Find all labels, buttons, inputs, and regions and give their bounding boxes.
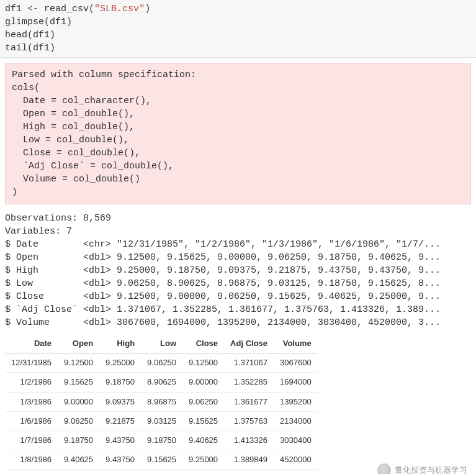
table-row: 1/3/19869.000009.093758.968759.062501.36… [5, 392, 318, 411]
table-cell: 9.06250 [58, 411, 99, 431]
msg-line: Volume = col_double() [12, 174, 140, 185]
table-cell: 9.06250 [182, 392, 224, 411]
code-line: glimpse(df1) [5, 17, 72, 27]
table-cell: 1.375763 [224, 411, 274, 431]
col-open: Open [58, 334, 99, 353]
table-cell: 1/6/1986 [5, 411, 58, 431]
table-cell: 1/7/1986 [5, 431, 58, 450]
code-line: tail(df1) [5, 43, 55, 53]
out-line: $ Date <chr> "12/31/1985", "1/2/1986", "… [5, 239, 441, 250]
table-cell: 9.00000 [182, 373, 224, 392]
table-cell: 9.43750 [99, 450, 141, 470]
table-cell: 8.90625 [141, 373, 182, 392]
str-quote-open: " [94, 4, 100, 14]
out-line: $ Volume <dbl> 3067600, 1694000, 1395200… [5, 317, 441, 328]
table-cell: 1/8/1986 [5, 450, 58, 470]
out-line: $ `Adj Close` <dbl> 1.371067, 1.352285, … [5, 304, 441, 315]
table-cell: 9.12500 [58, 353, 99, 373]
table-cell: 1.352285 [224, 373, 274, 392]
msg-line: cols( [12, 83, 40, 93]
table-cell: 1/3/1986 [5, 392, 58, 411]
table-cell: 3030400 [274, 431, 318, 450]
table-cell: 3067600 [274, 353, 318, 373]
msg-line: ) [12, 187, 17, 198]
table-row: 1/2/19869.156259.187508.906259.000001.35… [5, 373, 318, 392]
table-row: 1/8/19869.406259.437509.156259.250001.38… [5, 450, 318, 470]
watermark: 量化投资与机器学习 [377, 463, 467, 474]
code-line: head(df1) [5, 30, 55, 40]
table-row: 12/31/19859.125009.250009.062509.125001.… [5, 353, 318, 373]
table-cell: 9.09375 [99, 392, 141, 411]
table-header-row: Date Open High Low Close Adj Close Volum… [5, 334, 318, 353]
table-cell: 9.03125 [141, 411, 182, 431]
table-cell: 9.18750 [99, 373, 141, 392]
table-cell: 9.15625 [58, 373, 99, 392]
out-line: $ High <dbl> 9.25000, 9.18750, 9.09375, … [5, 265, 441, 276]
table-cell: 2134000 [274, 411, 318, 431]
table-cell: 9.25000 [99, 353, 141, 373]
code-fn: read_csv [44, 4, 89, 14]
table-cell: 9.43750 [99, 431, 141, 450]
col-high: High [99, 334, 141, 353]
code-input: df1 <- read_csv("SLB.csv") glimpse(df1) … [0, 0, 476, 58]
table-cell: 1.371067 [224, 353, 274, 373]
assign-op: <- [27, 4, 38, 14]
table-cell: 1.361677 [224, 392, 274, 411]
table-cell: 9.40625 [58, 450, 99, 470]
wechat-icon [377, 463, 391, 474]
table-cell: 1.413326 [224, 431, 274, 450]
parser-message: Parsed with column specification: cols( … [5, 63, 471, 204]
out-line: Observations: 8,569 [5, 213, 111, 224]
table-cell: 9.25000 [182, 450, 224, 470]
out-line: Variables: 7 [5, 226, 72, 237]
table-cell: 8.96875 [141, 392, 182, 411]
watermark-text: 量化投资与机器学习 [395, 465, 467, 474]
msg-line: Close = col_double(), [12, 148, 140, 158]
out-line: $ Open <dbl> 9.12500, 9.15625, 9.00000, … [5, 252, 441, 263]
msg-line: High = col_double(), [12, 122, 135, 132]
msg-line: `Adj Close` = col_double(), [12, 161, 174, 171]
code-arg: SLB.csv [100, 4, 139, 14]
table-cell: 9.21875 [99, 411, 141, 431]
code-var: df1 [5, 4, 22, 14]
out-line: $ Close <dbl> 9.12500, 9.00000, 9.06250,… [5, 291, 441, 302]
table-cell: 9.18750 [58, 431, 99, 450]
table-cell: 4520000 [274, 450, 318, 470]
col-adjclose: Adj Close [224, 334, 274, 353]
col-low: Low [141, 334, 182, 353]
col-volume: Volume [274, 334, 318, 353]
table-row: 1/6/19869.062509.218759.031259.156251.37… [5, 411, 318, 431]
table-cell: 9.00000 [58, 392, 99, 411]
table-cell: 9.12500 [182, 353, 224, 373]
table-cell: 1694000 [274, 373, 318, 392]
msg-line: Open = col_double(), [12, 109, 135, 119]
table-cell: 1395200 [274, 392, 318, 411]
str-quote-close: " [139, 4, 145, 14]
col-close: Close [182, 334, 224, 353]
table-cell: 9.15625 [141, 450, 182, 470]
out-line: $ Low <dbl> 9.06250, 8.90625, 8.96875, 9… [5, 278, 441, 289]
msg-line: Parsed with column specification: [12, 70, 196, 80]
table-cell: 9.40625 [182, 431, 224, 450]
table-row: 1/7/19869.187509.437509.187509.406251.41… [5, 431, 318, 450]
glimpse-output: Observations: 8,569 Variables: 7 $ Date … [0, 209, 476, 334]
col-date: Date [5, 334, 58, 353]
table-cell: 1/2/1986 [5, 373, 58, 392]
head-table: Date Open High Low Close Adj Close Volum… [5, 334, 318, 470]
head-table-wrap: Date Open High Low Close Adj Close Volum… [0, 334, 476, 474]
msg-line: Low = col_double(), [12, 135, 129, 145]
table-cell: 9.06250 [141, 353, 182, 373]
table-cell: 9.15625 [182, 411, 224, 431]
table-cell: 12/31/1985 [5, 353, 58, 373]
msg-line: Date = col_character(), [12, 96, 151, 106]
table-cell: 1.389849 [224, 450, 274, 470]
table-cell: 9.18750 [141, 431, 182, 450]
